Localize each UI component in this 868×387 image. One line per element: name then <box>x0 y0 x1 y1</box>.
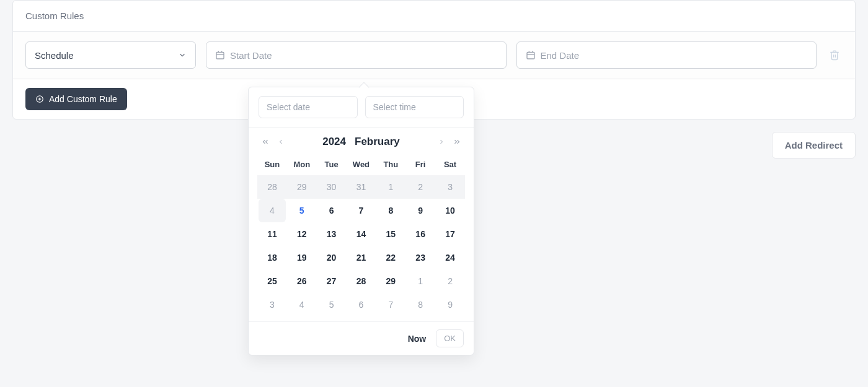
calendar-day[interactable]: 21 <box>347 246 374 269</box>
calendar-day[interactable]: 25 <box>259 269 286 293</box>
next-year-button[interactable] <box>450 135 464 149</box>
calendar-day[interactable]: 9 <box>436 293 464 316</box>
calendar-day[interactable]: 4 <box>259 199 286 222</box>
panel-title: Custom Rules <box>13 1 855 32</box>
picker-date-input[interactable]: Select date <box>259 96 358 118</box>
calendar-day[interactable]: 24 <box>436 246 464 269</box>
calendar-day[interactable]: 19 <box>288 246 316 269</box>
calendar-day[interactable]: 15 <box>377 222 404 246</box>
end-date-input[interactable]: End Date <box>516 41 817 69</box>
next-month-button[interactable] <box>435 136 448 148</box>
calendar-weekday: Fri <box>405 154 435 175</box>
calendar-day[interactable]: 5 <box>318 293 345 316</box>
svg-rect-4 <box>527 52 534 59</box>
picker-time-input[interactable]: Select time <box>365 96 464 118</box>
start-date-input[interactable]: Start Date <box>206 41 507 69</box>
calendar-day[interactable]: 11 <box>259 222 286 246</box>
calendar-day[interactable]: 2 <box>436 269 464 293</box>
calendar-day[interactable]: 31 <box>347 175 374 199</box>
calendar-icon <box>526 50 536 60</box>
plus-circle-icon <box>35 95 44 103</box>
calendar-year[interactable]: 2024 <box>322 136 346 148</box>
calendar-day[interactable]: 30 <box>318 175 345 199</box>
start-date-placeholder: Start Date <box>230 50 272 61</box>
calendar-day[interactable]: 7 <box>347 199 374 222</box>
calendar-day[interactable]: 12 <box>288 222 316 246</box>
prev-month-button[interactable] <box>275 136 287 148</box>
calendar-day[interactable]: 18 <box>259 246 286 269</box>
calendar-day[interactable]: 3 <box>436 175 464 199</box>
calendar-day[interactable]: 22 <box>377 246 404 269</box>
calendar-day[interactable]: 29 <box>288 175 316 199</box>
calendar-day[interactable]: 10 <box>436 199 464 222</box>
calendar-day[interactable]: 4 <box>288 293 316 316</box>
ok-button[interactable]: OK <box>436 329 464 347</box>
end-date-placeholder: End Date <box>541 50 580 61</box>
calendar-day[interactable]: 14 <box>347 222 374 246</box>
calendar-weekday: Thu <box>376 154 405 175</box>
calendar-weekday: Tue <box>317 154 347 175</box>
rule-row: Schedule Start Date End Date <box>13 32 855 79</box>
calendar-weekday: Wed <box>347 154 376 175</box>
calendar-day[interactable]: 7 <box>377 293 404 316</box>
rule-type-select[interactable]: Schedule <box>25 41 196 69</box>
delete-rule-button[interactable] <box>826 47 843 63</box>
add-redirect-button[interactable]: Add Redirect <box>772 132 856 159</box>
calendar-weekday: Sun <box>257 154 287 175</box>
calendar-day[interactable]: 6 <box>318 199 345 222</box>
calendar-day[interactable]: 20 <box>318 246 345 269</box>
chevron-down-icon <box>178 51 187 59</box>
calendar-day[interactable]: 29 <box>377 269 404 293</box>
calendar-day[interactable]: 26 <box>288 269 316 293</box>
calendar-day[interactable]: 6 <box>347 293 374 316</box>
rule-type-value: Schedule <box>35 50 74 61</box>
calendar-day[interactable]: 13 <box>318 222 345 246</box>
calendar-day[interactable]: 28 <box>259 175 286 199</box>
calendar-day[interactable]: 8 <box>407 293 434 316</box>
prev-year-button[interactable] <box>259 135 272 149</box>
calendar-month[interactable]: February <box>355 136 400 148</box>
calendar-icon <box>215 50 225 60</box>
calendar-day[interactable]: 27 <box>318 269 345 293</box>
calendar-day[interactable]: 16 <box>407 222 434 246</box>
calendar-day[interactable]: 1 <box>377 175 404 199</box>
calendar-day[interactable]: 8 <box>377 199 404 222</box>
calendar-grid: SunMonTueWedThuFriSat 282930311234567891… <box>257 154 465 316</box>
calendar-day[interactable]: 9 <box>407 199 434 222</box>
calendar-day[interactable]: 2 <box>407 175 434 199</box>
date-picker-popover: Select date Select time 2024 February Su… <box>248 87 474 355</box>
calendar-day[interactable]: 5 <box>288 199 316 222</box>
calendar-day[interactable]: 23 <box>407 246 434 269</box>
calendar-day[interactable]: 17 <box>436 222 464 246</box>
calendar-weekday: Sat <box>435 154 465 175</box>
calendar-day[interactable]: 3 <box>259 293 286 316</box>
now-button[interactable]: Now <box>408 334 427 344</box>
calendar-day[interactable]: 28 <box>347 269 374 293</box>
add-custom-rule-label: Add Custom Rule <box>49 94 117 104</box>
svg-rect-0 <box>216 52 224 59</box>
add-custom-rule-button[interactable]: Add Custom Rule <box>25 88 127 110</box>
calendar-day[interactable]: 1 <box>407 269 434 293</box>
calendar-weekday: Mon <box>287 154 317 175</box>
